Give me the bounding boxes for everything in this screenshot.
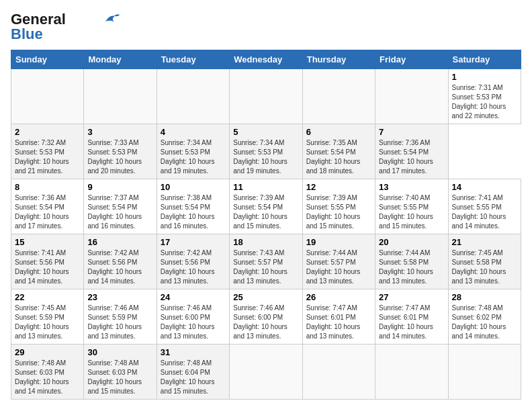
- day-cell-29: 29Sunrise: 7:48 AMSunset: 6:03 PMDayligh…: [11, 345, 84, 400]
- day-number: 15: [15, 237, 80, 247]
- calendar-header-saturday: Saturday: [448, 50, 521, 69]
- day-number: 28: [452, 292, 517, 302]
- day-cell-21: 21Sunrise: 7:45 AMSunset: 5:58 PMDayligh…: [448, 234, 521, 289]
- day-info: Sunrise: 7:42 AMSunset: 5:56 PMDaylight:…: [87, 248, 152, 286]
- calendar-header-monday: Monday: [84, 50, 157, 69]
- day-cell-24: 24Sunrise: 7:46 AMSunset: 6:00 PMDayligh…: [157, 289, 229, 345]
- day-cell-15: 15Sunrise: 7:41 AMSunset: 5:56 PMDayligh…: [11, 234, 84, 289]
- calendar-table: SundayMondayTuesdayWednesdayThursdayFrid…: [11, 50, 521, 400]
- day-number: 21: [452, 237, 517, 247]
- day-number: 31: [161, 347, 226, 357]
- day-info: Sunrise: 7:39 AMSunset: 5:54 PMDaylight:…: [233, 193, 298, 231]
- day-info: Sunrise: 7:47 AMSunset: 6:01 PMDaylight:…: [379, 304, 444, 341]
- day-cell-12: 12Sunrise: 7:39 AMSunset: 5:55 PMDayligh…: [302, 179, 375, 234]
- day-cell-1: 1Sunrise: 7:31 AMSunset: 5:53 PMDaylight…: [448, 69, 521, 124]
- day-cell-8: 8Sunrise: 7:36 AMSunset: 5:54 PMDaylight…: [11, 179, 84, 234]
- calendar-header-tuesday: Tuesday: [157, 50, 229, 69]
- day-number: 10: [161, 182, 226, 192]
- day-info: Sunrise: 7:45 AMSunset: 5:58 PMDaylight:…: [452, 248, 517, 286]
- day-info: Sunrise: 7:34 AMSunset: 5:53 PMDaylight:…: [233, 138, 298, 176]
- day-number: 30: [87, 347, 152, 357]
- calendar-header-thursday: Thursday: [302, 50, 375, 69]
- day-info: Sunrise: 7:42 AMSunset: 5:56 PMDaylight:…: [161, 248, 226, 286]
- day-cell-17: 17Sunrise: 7:42 AMSunset: 5:56 PMDayligh…: [157, 234, 229, 289]
- empty-cell: [302, 345, 375, 400]
- day-info: Sunrise: 7:43 AMSunset: 5:57 PMDaylight:…: [233, 248, 298, 286]
- day-cell-16: 16Sunrise: 7:42 AMSunset: 5:56 PMDayligh…: [84, 234, 157, 289]
- day-number: 5: [233, 127, 298, 137]
- day-number: 29: [15, 347, 80, 357]
- day-info: Sunrise: 7:48 AMSunset: 6:04 PMDaylight:…: [161, 359, 226, 396]
- day-cell-3: 3Sunrise: 7:33 AMSunset: 5:53 PMDaylight…: [84, 124, 157, 179]
- day-cell-25: 25Sunrise: 7:46 AMSunset: 6:00 PMDayligh…: [230, 289, 302, 345]
- day-info: Sunrise: 7:39 AMSunset: 5:55 PMDaylight:…: [306, 193, 371, 231]
- day-cell-14: 14Sunrise: 7:41 AMSunset: 5:55 PMDayligh…: [448, 179, 521, 234]
- day-cell-10: 10Sunrise: 7:38 AMSunset: 5:54 PMDayligh…: [157, 179, 229, 234]
- day-cell-28: 28Sunrise: 7:48 AMSunset: 6:02 PMDayligh…: [448, 289, 521, 345]
- day-number: 7: [379, 127, 444, 137]
- calendar-header-row: SundayMondayTuesdayWednesdayThursdayFrid…: [11, 50, 521, 69]
- day-number: 13: [379, 182, 444, 192]
- empty-cell: [230, 345, 302, 400]
- day-number: 20: [379, 237, 444, 247]
- calendar-week-5: 22Sunrise: 7:45 AMSunset: 5:59 PMDayligh…: [11, 289, 521, 345]
- day-cell-6: 6Sunrise: 7:35 AMSunset: 5:54 PMDaylight…: [302, 124, 375, 179]
- day-cell-20: 20Sunrise: 7:44 AMSunset: 5:58 PMDayligh…: [375, 234, 448, 289]
- day-cell-13: 13Sunrise: 7:40 AMSunset: 5:55 PMDayligh…: [375, 179, 448, 234]
- logo-blue: Blue: [11, 26, 43, 43]
- day-cell-30: 30Sunrise: 7:48 AMSunset: 6:03 PMDayligh…: [84, 345, 157, 400]
- day-number: 17: [161, 237, 226, 247]
- day-info: Sunrise: 7:44 AMSunset: 5:57 PMDaylight:…: [306, 248, 371, 286]
- day-info: Sunrise: 7:46 AMSunset: 5:59 PMDaylight:…: [87, 304, 152, 341]
- day-info: Sunrise: 7:47 AMSunset: 6:01 PMDaylight:…: [306, 304, 371, 341]
- day-number: 24: [161, 292, 226, 302]
- calendar-week-1: 1Sunrise: 7:31 AMSunset: 5:53 PMDaylight…: [11, 69, 521, 124]
- empty-cell: [375, 345, 448, 400]
- day-info: Sunrise: 7:36 AMSunset: 5:54 PMDaylight:…: [15, 193, 80, 231]
- day-cell-18: 18Sunrise: 7:43 AMSunset: 5:57 PMDayligh…: [230, 234, 302, 289]
- day-cell-19: 19Sunrise: 7:44 AMSunset: 5:57 PMDayligh…: [302, 234, 375, 289]
- logo: General Blue: [11, 11, 120, 43]
- day-number: 9: [87, 182, 152, 192]
- day-cell-22: 22Sunrise: 7:45 AMSunset: 5:59 PMDayligh…: [11, 289, 84, 345]
- day-info: Sunrise: 7:41 AMSunset: 5:55 PMDaylight:…: [452, 193, 517, 231]
- day-number: 22: [15, 292, 80, 302]
- calendar-week-2: 2Sunrise: 7:32 AMSunset: 5:53 PMDaylight…: [11, 124, 521, 179]
- day-info: Sunrise: 7:44 AMSunset: 5:58 PMDaylight:…: [379, 248, 444, 286]
- empty-cell: [84, 69, 157, 124]
- logo-bird-icon: [101, 12, 120, 26]
- day-info: Sunrise: 7:37 AMSunset: 5:54 PMDaylight:…: [87, 193, 152, 231]
- day-info: Sunrise: 7:34 AMSunset: 5:53 PMDaylight:…: [161, 138, 226, 176]
- calendar-header-wednesday: Wednesday: [230, 50, 302, 69]
- day-number: 19: [306, 237, 371, 247]
- day-info: Sunrise: 7:40 AMSunset: 5:55 PMDaylight:…: [379, 193, 444, 231]
- day-cell-2: 2Sunrise: 7:32 AMSunset: 5:53 PMDaylight…: [11, 124, 84, 179]
- day-info: Sunrise: 7:45 AMSunset: 5:59 PMDaylight:…: [15, 304, 80, 341]
- day-number: 3: [87, 127, 152, 137]
- day-info: Sunrise: 7:35 AMSunset: 5:54 PMDaylight:…: [306, 138, 371, 176]
- day-info: Sunrise: 7:46 AMSunset: 6:00 PMDaylight:…: [233, 304, 298, 341]
- day-number: 6: [306, 127, 371, 137]
- day-info: Sunrise: 7:48 AMSunset: 6:03 PMDaylight:…: [87, 359, 152, 396]
- calendar-body: 1Sunrise: 7:31 AMSunset: 5:53 PMDaylight…: [11, 69, 521, 400]
- day-number: 23: [87, 292, 152, 302]
- day-info: Sunrise: 7:36 AMSunset: 5:54 PMDaylight:…: [379, 138, 444, 176]
- day-info: Sunrise: 7:48 AMSunset: 6:03 PMDaylight:…: [15, 359, 80, 396]
- header: General Blue: [11, 11, 521, 43]
- day-number: 14: [452, 182, 517, 192]
- day-info: Sunrise: 7:41 AMSunset: 5:56 PMDaylight:…: [15, 248, 80, 286]
- day-number: 11: [233, 182, 298, 192]
- day-number: 25: [233, 292, 298, 302]
- empty-cell: [448, 345, 521, 400]
- day-info: Sunrise: 7:48 AMSunset: 6:02 PMDaylight:…: [452, 304, 517, 341]
- day-info: Sunrise: 7:46 AMSunset: 6:00 PMDaylight:…: [161, 304, 226, 341]
- calendar-week-3: 8Sunrise: 7:36 AMSunset: 5:54 PMDaylight…: [11, 179, 521, 234]
- day-info: Sunrise: 7:32 AMSunset: 5:53 PMDaylight:…: [15, 138, 80, 176]
- empty-cell: [302, 69, 375, 124]
- empty-cell: [375, 69, 448, 124]
- day-info: Sunrise: 7:31 AMSunset: 5:53 PMDaylight:…: [452, 83, 517, 121]
- day-info: Sunrise: 7:38 AMSunset: 5:54 PMDaylight:…: [161, 193, 226, 231]
- day-number: 16: [87, 237, 152, 247]
- calendar-header-sunday: Sunday: [11, 50, 84, 69]
- day-number: 1: [452, 72, 517, 82]
